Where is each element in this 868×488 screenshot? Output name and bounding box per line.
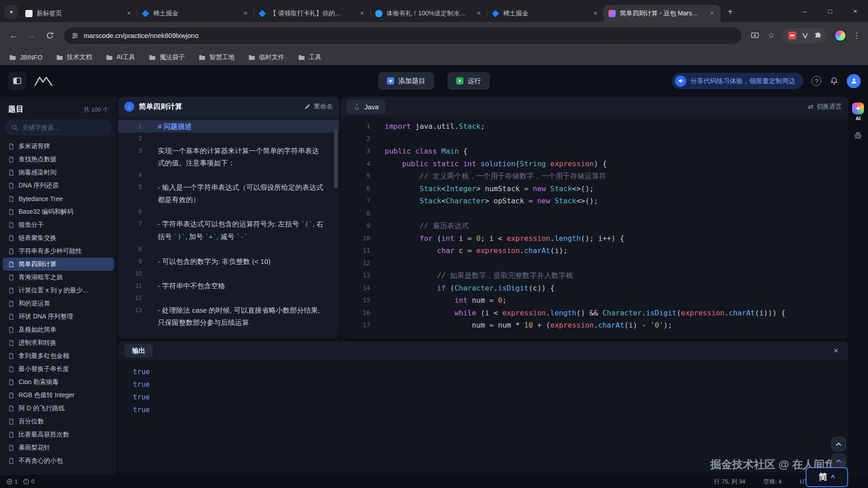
bookmark-star-button[interactable]: ☆: [764, 28, 778, 43]
sidebar-item[interactable]: 病毒感染时间: [3, 166, 114, 179]
scrollbar-thumb[interactable]: [334, 129, 338, 188]
debug-bug-icon[interactable]: [848, 131, 868, 140]
browser-menu-button[interactable]: ⋮: [851, 31, 863, 40]
tab-close-icon[interactable]: ×: [125, 9, 133, 18]
user-avatar[interactable]: [847, 74, 861, 88]
sidebar-item[interactable]: Bytedance Tree: [3, 192, 114, 205]
browser-tab[interactable]: 新标签页×: [21, 5, 137, 22]
sidebar-item[interactable]: 简单四则计算: [3, 258, 114, 271]
sidebar-item[interactable]: 不再贪心的小包: [3, 454, 114, 467]
language-tab[interactable]: Java: [347, 99, 385, 114]
close-window-button[interactable]: ×: [843, 0, 868, 22]
refresh-icon: [46, 32, 54, 39]
pdf-extension-icon[interactable]: [788, 32, 796, 39]
code-token: int: [441, 234, 454, 243]
problem-editor[interactable]: 1# 问题描述23实现一个基本的计算器来计算一个简单的字符串表达式的值。注意事项…: [118, 117, 339, 328]
output-tab[interactable]: 输出: [124, 344, 153, 357]
address-bar[interactable]: marscode.cn/practice/nnek809lxwjono: [64, 28, 741, 44]
sidebar-item[interactable]: Cion 勒索病毒: [3, 375, 114, 389]
scroll-top-button-alt[interactable]: [831, 454, 846, 468]
warnings-indicator[interactable]: 0: [23, 478, 34, 485]
bookmark-item[interactable]: JBINFO: [9, 54, 42, 61]
switch-language-button[interactable]: ⇄ 切换语言: [808, 103, 842, 111]
minimize-button[interactable]: –: [792, 0, 817, 22]
maximize-button[interactable]: □: [817, 0, 843, 22]
code-token: i =: [454, 234, 476, 243]
browser-profile-avatar[interactable]: [834, 29, 846, 42]
bookmark-item[interactable]: 临时文件: [248, 53, 284, 61]
add-problem-button[interactable]: 添加题目: [378, 72, 434, 89]
sidebar-item[interactable]: 进制求和转换: [3, 336, 114, 349]
sidebar-item[interactable]: 及格如此简单: [3, 323, 114, 336]
bookmark-item[interactable]: 智慧工地: [198, 53, 235, 61]
code-token: import: [385, 122, 411, 131]
bookmark-item[interactable]: 魔法袋子: [149, 53, 185, 61]
browser-tab[interactable]: 体验有礼！100%送定制水…×: [371, 5, 487, 22]
tab-close-icon[interactable]: ×: [241, 9, 250, 18]
sidebar-item[interactable]: 百分位数: [3, 415, 114, 428]
notifications-bell-icon[interactable]: [830, 76, 839, 85]
bookmark-item[interactable]: 工具: [298, 53, 321, 61]
browser-tab[interactable]: 简单四则计算 - 豆包 Mars…×: [604, 5, 721, 22]
v-extension-icon[interactable]: [802, 33, 808, 39]
code-token: Stack: [555, 197, 576, 205]
bookmark-item[interactable]: 技术文档: [56, 53, 92, 61]
tab-close-icon[interactable]: ×: [475, 9, 483, 18]
help-button[interactable]: ?: [811, 76, 821, 86]
run-button[interactable]: 运行: [448, 72, 490, 89]
ime-indicator[interactable]: 简 ^: [806, 467, 848, 487]
ai-assistant-icon[interactable]: [852, 103, 864, 114]
sidebar-item-label: 不再贪心的小包: [19, 457, 63, 465]
sidebar-item[interactable]: 字符串有多少种可能性: [3, 244, 114, 258]
browser-tab[interactable]: 稀土掘金×: [137, 5, 254, 22]
sidebar-item[interactable]: 最小替换子串长度: [3, 362, 114, 375]
sidebar-item[interactable]: 比赛最高获胜次数: [3, 428, 114, 441]
install-app-button[interactable]: [748, 28, 762, 43]
bookmark-item[interactable]: AI工具: [106, 53, 135, 61]
sidebar-item[interactable]: Base32 编码和解码: [3, 205, 114, 218]
errors-indicator[interactable]: 1: [6, 478, 18, 485]
sidebar-item[interactable]: 计算位置 x 到 y 的最少…: [3, 284, 114, 297]
tab-close-icon[interactable]: ×: [358, 9, 366, 18]
document-icon: [8, 314, 14, 320]
browser-tab[interactable]: 【 请领取打卡礼】你的…×: [254, 5, 371, 22]
rename-button[interactable]: 重命名: [304, 103, 333, 111]
indent-setting[interactable]: 空格: 4: [764, 478, 782, 486]
sidebar-item[interactable]: 环状 DNA 序列整理: [3, 310, 114, 323]
md-segment: , 加号: [185, 233, 205, 240]
sidebar-item[interactable]: 暴雨梨花针: [3, 441, 114, 454]
panel-toggle-button[interactable]: [8, 72, 26, 90]
cursor-position[interactable]: 行 75, 列 34: [714, 478, 745, 486]
sidebar-item[interactable]: 拿到最多红包金额: [3, 349, 114, 362]
tab-list-button[interactable]: ▾: [5, 5, 18, 19]
share-banner[interactable]: 分享代码练习体验，领限量定制周边: [672, 73, 803, 89]
sidebar-item[interactable]: 多米诺骨牌: [3, 140, 114, 153]
back-button[interactable]: ←: [5, 28, 22, 44]
sidebar-item[interactable]: DNA 序列还原: [3, 179, 114, 192]
search-input[interactable]: [22, 124, 105, 131]
folder-icon: [248, 54, 255, 61]
ai-rail: AI: [848, 97, 868, 474]
refresh-button[interactable]: [42, 28, 58, 44]
sidebar-item[interactable]: RGB 色值转 Integer: [3, 389, 114, 402]
sidebar-item[interactable]: 猫鱼分干: [3, 218, 114, 231]
tab-close-icon[interactable]: ×: [591, 9, 599, 18]
puzzle-extensions-icon[interactable]: [814, 32, 821, 39]
juejin-favicon: [492, 10, 499, 17]
sidebar-item[interactable]: 查找热点数据: [3, 153, 114, 166]
sidebar-item[interactable]: 链表聚集交换: [3, 231, 114, 244]
code-token: 10: [524, 321, 533, 329]
code-line: 6 Stack<Integer> numStack = new Stack<>(…: [340, 183, 848, 195]
sidebar-item[interactable]: 和的逆运算: [3, 297, 114, 310]
forward-button[interactable]: →: [24, 28, 40, 44]
close-icon[interactable]: ×: [830, 346, 842, 356]
new-tab-button[interactable]: +: [723, 5, 737, 19]
code-editor[interactable]: 1import java.util.Stack;23public class M…: [340, 117, 848, 332]
tab-close-icon[interactable]: ×: [708, 9, 716, 18]
sidebar-item[interactable]: 青海湖租车之旅: [3, 271, 114, 284]
output-line: true: [133, 366, 848, 378]
sidebar-item[interactable]: 阿 D 的飞行路线: [3, 402, 114, 415]
browser-tab[interactable]: 稀土掘金×: [487, 5, 604, 22]
url-text[interactable]: marscode.cn/practice/nnek809lxwjono: [84, 32, 198, 39]
scroll-top-button[interactable]: [831, 437, 846, 451]
